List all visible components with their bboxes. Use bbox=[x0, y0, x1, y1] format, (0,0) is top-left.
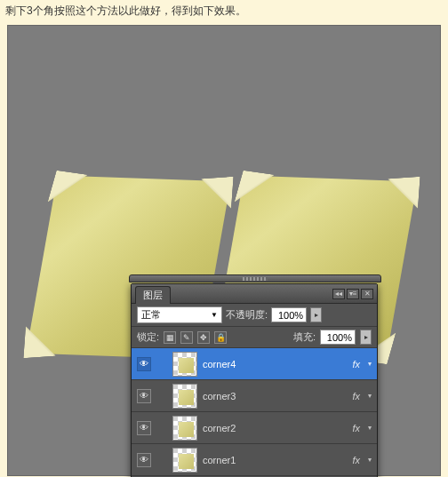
lock-all-icon[interactable]: 🔒 bbox=[214, 331, 227, 344]
fx-badge[interactable]: fx bbox=[352, 391, 360, 401]
lock-move-icon[interactable]: ✥ bbox=[197, 331, 210, 344]
layer-name[interactable]: corner3 bbox=[203, 391, 347, 401]
layer-thumbnail[interactable] bbox=[172, 448, 197, 473]
fx-expand-icon[interactable]: ▾ bbox=[368, 360, 372, 368]
visibility-toggle-icon[interactable]: 👁 bbox=[137, 421, 151, 435]
layers-panel: 图层 ◂◂ ▾≡ ✕ 正常 ▼ 不透明度: 100% ▸ 锁定: ▦ ✎ ✥ 🔒… bbox=[131, 283, 378, 477]
panel-collapse-icon[interactable]: ◂◂ bbox=[332, 289, 345, 299]
opacity-label: 不透明度: bbox=[226, 308, 268, 322]
panel-close-icon[interactable]: ✕ bbox=[361, 289, 373, 299]
layer-thumbnail[interactable] bbox=[172, 384, 197, 409]
lock-transparent-icon[interactable]: ▦ bbox=[164, 331, 176, 344]
visibility-toggle-icon[interactable]: 👁 bbox=[137, 357, 151, 371]
curl-top-left-icon bbox=[235, 171, 275, 207]
blend-mode-select[interactable]: 正常 ▼ bbox=[137, 306, 222, 323]
panel-drag-handle[interactable] bbox=[129, 274, 381, 282]
layer-name[interactable]: corner2 bbox=[203, 423, 347, 433]
curl-bottom-left-icon bbox=[23, 324, 58, 358]
fill-stepper[interactable]: ▸ bbox=[360, 330, 372, 345]
fx-expand-icon[interactable]: ▾ bbox=[368, 424, 372, 432]
layer-thumbnail[interactable] bbox=[172, 416, 197, 441]
visibility-toggle-icon[interactable]: 👁 bbox=[137, 389, 151, 403]
visibility-toggle-icon[interactable]: 👁 bbox=[137, 453, 151, 467]
layer-row[interactable]: 👁corner2fx▾ bbox=[132, 412, 377, 444]
fx-badge[interactable]: fx bbox=[352, 423, 360, 433]
panel-menu-icon[interactable]: ▾≡ bbox=[347, 289, 359, 299]
blend-opacity-row: 正常 ▼ 不透明度: 100% ▸ bbox=[132, 304, 377, 327]
lock-label: 锁定: bbox=[137, 330, 159, 344]
layer-name[interactable]: corner4 bbox=[203, 359, 347, 370]
curl-top-left-icon bbox=[48, 171, 88, 207]
lock-brush-icon[interactable]: ✎ bbox=[180, 331, 193, 344]
panel-titlebar: 图层 ◂◂ ▾≡ ✕ bbox=[132, 284, 377, 304]
work-canvas: 图层 ◂◂ ▾≡ ✕ 正常 ▼ 不透明度: 100% ▸ 锁定: ▦ ✎ ✥ 🔒… bbox=[7, 25, 441, 476]
curl-top-right-icon bbox=[386, 177, 420, 211]
fill-label: 填充: bbox=[293, 330, 316, 344]
fx-badge[interactable]: fx bbox=[352, 455, 360, 465]
layer-row[interactable]: 👁corner1fx▾ bbox=[132, 444, 377, 476]
layer-row[interactable]: 👁corner3fx▾ bbox=[132, 380, 377, 412]
layers-list: 👁corner4fx▾👁corner3fx▾👁corner2fx▾👁corner… bbox=[132, 348, 377, 477]
layer-name[interactable]: corner1 bbox=[203, 455, 347, 465]
layer-row[interactable]: 👁corner4fx▾ bbox=[132, 348, 377, 380]
opacity-input[interactable]: 100% bbox=[271, 307, 307, 322]
opacity-stepper[interactable]: ▸ bbox=[310, 307, 322, 322]
panel-tab-layers[interactable]: 图层 bbox=[135, 286, 171, 304]
instruction-caption: 剩下3个角按照这个方法以此做好，得到如下效果。 bbox=[0, 0, 448, 22]
layer-thumbnail[interactable] bbox=[172, 352, 197, 377]
fx-expand-icon[interactable]: ▾ bbox=[368, 456, 372, 464]
fx-expand-icon[interactable]: ▾ bbox=[368, 392, 372, 400]
blend-mode-value: 正常 bbox=[141, 308, 161, 322]
curl-top-right-icon bbox=[199, 177, 234, 211]
lock-fill-row: 锁定: ▦ ✎ ✥ 🔒 填充: 100% ▸ bbox=[132, 327, 377, 348]
fill-input[interactable]: 100% bbox=[320, 330, 356, 345]
chevron-down-icon: ▼ bbox=[211, 311, 218, 319]
fx-badge[interactable]: fx bbox=[352, 359, 360, 370]
